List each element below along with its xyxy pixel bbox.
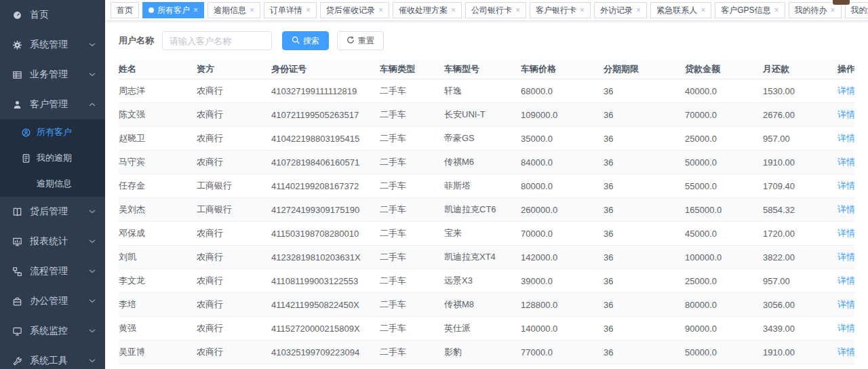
chevron-down-icon (89, 269, 96, 273)
search-field-label: 用户名称 (119, 35, 154, 47)
tab-order-detail[interactable]: 订单详情× (264, 2, 317, 18)
table-cell: 80000.0 (685, 300, 763, 310)
detail-link[interactable]: 详情 (837, 157, 854, 167)
table-cell: 36 (604, 229, 685, 239)
table-cell: 农商行 (197, 156, 271, 168)
table-cell: 36 (604, 300, 685, 310)
chart-icon (12, 236, 23, 247)
table-cell: 84000.0 (521, 157, 604, 168)
sidebar-item-tools[interactable]: 系统工具 (0, 346, 105, 369)
close-icon[interactable]: × (515, 6, 520, 14)
table-cell: 二手车 (380, 203, 444, 216)
tab-company-bankcard[interactable]: 公司银行卡× (465, 2, 526, 18)
close-icon[interactable]: × (250, 6, 254, 14)
table-cell: 410325199709223094 (271, 347, 380, 357)
chevron-down-icon (89, 210, 96, 214)
sidebar-item-monitor[interactable]: 系统监控 (0, 316, 105, 346)
detail-link[interactable]: 详情 (837, 299, 854, 309)
sidebar-subitem-overdue-info[interactable]: 逾期信息 (0, 171, 105, 197)
table-cell: 二手车 (380, 132, 444, 144)
table-cell: 55000.0 (685, 181, 763, 191)
close-icon[interactable]: × (580, 6, 585, 14)
tab-label: 催收处理方案 (399, 5, 448, 16)
reset-button[interactable]: 重置 (337, 31, 384, 50)
file-icon (20, 153, 31, 163)
detail-link[interactable]: 详情 (837, 204, 854, 214)
tab-customer-bankcard[interactable]: 客户银行卡× (530, 2, 591, 18)
sidebar-item-label: 系统工具 (30, 355, 86, 367)
search-input[interactable] (162, 31, 272, 50)
gear-icon (12, 39, 23, 50)
table-cell: 36 (604, 205, 685, 215)
tab-customer-gps[interactable]: 客户GPS信息× (715, 2, 785, 18)
table-cell: 142000.0 (521, 252, 604, 263)
sidebar-subitem-all-customers[interactable]: 所有客户 (0, 119, 105, 145)
users-icon (20, 128, 31, 138)
close-icon[interactable]: × (193, 6, 198, 14)
avatar[interactable] (833, 0, 850, 5)
sidebar-item-label: 办公管理 (30, 295, 86, 307)
action-cell: 详情 (837, 180, 854, 192)
sidebar-item-office[interactable]: 办公管理 (0, 286, 105, 316)
sidebar-subitem-my-overdue[interactable]: 我的逾期 (0, 145, 105, 171)
tab-label: 客户银行卡 (536, 5, 576, 16)
sidebar-item-postloan[interactable]: 贷后管理 (0, 197, 105, 227)
action-cell: 详情 (837, 132, 854, 144)
tab-visit-records[interactable]: 外访记录× (594, 2, 647, 18)
action-cell: 详情 (837, 85, 854, 97)
table-cell: 1530.00 (763, 86, 837, 96)
table-cell: 赵晓卫 (119, 132, 197, 144)
column-header: 贷款金额 (685, 63, 763, 75)
detail-link[interactable]: 详情 (837, 275, 854, 286)
tab-label: 外访记录 (600, 5, 633, 16)
detail-link[interactable]: 详情 (837, 133, 854, 143)
sidebar-item-business[interactable]: 业务管理 (0, 60, 105, 90)
sidebar-item-report[interactable]: 报表统计 (0, 227, 105, 256)
tab-emergency-contacts[interactable]: 紧急联系人× (650, 2, 711, 18)
table-cell: 工商银行 (197, 180, 271, 192)
table-cell: 二手车 (380, 251, 444, 263)
detail-link[interactable]: 详情 (837, 252, 854, 262)
table-cell: 二手车 (380, 156, 444, 168)
tab-label: 客户GPS信息 (721, 5, 770, 16)
close-icon[interactable]: × (636, 6, 641, 14)
search-button[interactable]: 搜索 (282, 31, 329, 50)
search-button-label: 搜索 (303, 35, 319, 47)
tab-collection-records[interactable]: 贷后催收记录× (320, 2, 389, 18)
table-cell: 36 (604, 157, 685, 168)
table-cell: 410721199505263517 (271, 110, 380, 120)
sidebar-item-customer[interactable]: 客户管理 (0, 90, 105, 119)
book-icon (12, 206, 23, 217)
detail-link[interactable]: 详情 (837, 347, 854, 357)
table-cell: 41232819810203631X (271, 252, 380, 263)
table-cell: 80000.0 (521, 181, 604, 191)
close-icon[interactable]: × (451, 6, 456, 14)
table-cell: 410422198803195415 (271, 134, 380, 144)
sidebar-item-home[interactable]: 首页 (0, 0, 105, 30)
sidebar-item-system[interactable]: 系统管理 (0, 30, 105, 60)
tab-label: 所有客户 (157, 5, 190, 16)
sidebar-item-process[interactable]: 流程管理 (0, 256, 105, 286)
detail-link[interactable]: 详情 (837, 85, 854, 96)
close-icon[interactable]: × (378, 6, 383, 14)
table-cell: 二手车 (380, 298, 444, 311)
detail-link[interactable]: 详情 (837, 180, 854, 191)
table-cell: 影豹 (444, 346, 521, 358)
table-cell: 凯迪拉克XT4 (444, 251, 521, 263)
detail-link[interactable]: 详情 (837, 323, 854, 333)
close-icon[interactable]: × (831, 6, 835, 14)
detail-link[interactable]: 详情 (837, 109, 854, 119)
tab-all-customers[interactable]: 所有客户× (142, 2, 204, 18)
table-cell: 128800.0 (521, 300, 604, 310)
close-icon[interactable]: × (701, 6, 705, 14)
table-cell: 957.00 (763, 276, 837, 286)
close-icon[interactable]: × (774, 6, 778, 14)
briefcase-icon (12, 296, 23, 307)
action-cell: 详情 (837, 156, 854, 168)
tab-home[interactable]: 首页 (111, 2, 139, 18)
detail-link[interactable]: 详情 (837, 228, 854, 238)
tab-overdue-info[interactable]: 逾期信息× (208, 2, 260, 18)
close-icon[interactable]: × (306, 6, 311, 14)
tab-collection-plan[interactable]: 催收处理方案× (393, 2, 462, 18)
sidebar-item-label: 贷后管理 (30, 206, 86, 218)
